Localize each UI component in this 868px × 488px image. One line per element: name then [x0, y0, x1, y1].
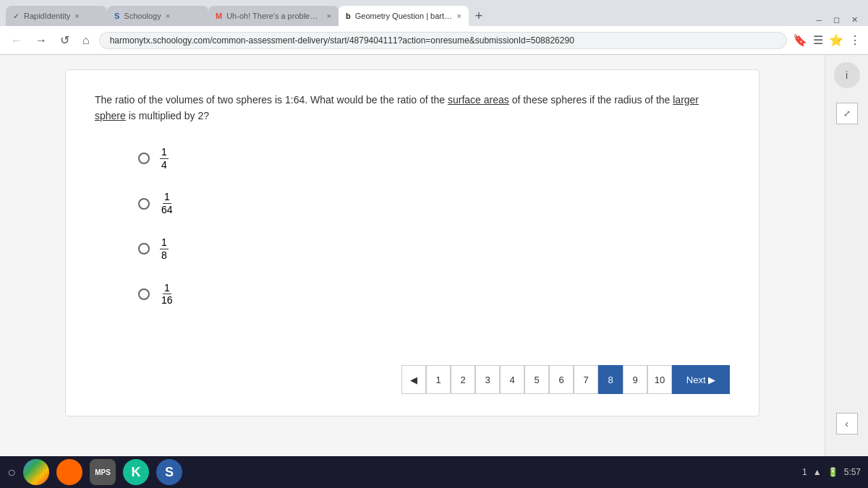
pagination-area: ◀ 1 2 3 4 5 6 7 8 9 10 Next ▶ [95, 343, 730, 394]
home-button[interactable]: ⌂ [79, 33, 93, 48]
taskbar-orange-icon[interactable] [56, 459, 82, 485]
tab-bar: ✓ RapidIdentity × S Schoology × M Uh-oh!… [0, 0, 868, 26]
fraction-d-den: 16 [160, 294, 174, 307]
page-10-button[interactable]: 10 [647, 365, 672, 394]
expand-icon: ⤢ [843, 108, 851, 119]
page-9-button[interactable]: 9 [623, 365, 647, 394]
page-1-button[interactable]: 1 [426, 365, 451, 394]
page-8-button[interactable]: 8 [598, 365, 623, 394]
tab-favicon-bartleby: b [346, 12, 351, 20]
clock: 5:57 [844, 467, 861, 477]
taskbar-right: 1 ▲ 🔋 5:57 [802, 467, 861, 477]
fraction-c-den: 8 [160, 249, 169, 262]
tab-rapididentity[interactable]: ✓ RapidIdentity × [6, 6, 107, 26]
extension-icon-1[interactable]: 🔖 [793, 33, 807, 47]
question-card: The ratio of the volumes of two spheres … [65, 69, 760, 416]
page-6-button[interactable]: 6 [549, 365, 574, 394]
window-controls: ─ ◻ ✕ [812, 14, 862, 26]
fraction-d-num: 1 [163, 282, 171, 295]
collapse-panel-button[interactable]: ‹ [836, 413, 858, 435]
extension-icon-2[interactable]: ☰ [813, 33, 823, 47]
back-button[interactable]: ← [7, 33, 26, 48]
refresh-button[interactable]: ↺ [56, 32, 73, 48]
start-button[interactable]: ○ [7, 464, 16, 481]
close-button[interactable]: ✕ [847, 14, 862, 26]
taskbar: ○ MPS K S 1 ▲ 🔋 5:57 [0, 456, 868, 488]
tab-favicon-uhoh: M [216, 12, 222, 20]
taskbar-khan-icon[interactable]: K [123, 459, 149, 485]
info-icon: i [846, 69, 848, 81]
radio-c[interactable] [138, 243, 150, 254]
tab-close-schoology[interactable]: × [166, 12, 170, 20]
tab-label-uhoh: Uh-oh! There's a problem with y... [226, 12, 322, 20]
tab-close-rapididentity[interactable]: × [75, 12, 79, 20]
tab-uhoh[interactable]: M Uh-oh! There's a problem with y... × [208, 6, 339, 26]
minimize-button[interactable]: ─ [812, 14, 826, 26]
options-list: 1 4 1 64 1 8 [138, 146, 730, 307]
wifi-icon: ▲ [813, 467, 822, 477]
address-bar: ← → ↺ ⌂ 🔖 ☰ ⭐ ⋮ [0, 26, 868, 55]
forward-button[interactable]: → [32, 33, 51, 48]
radio-d[interactable] [138, 288, 150, 300]
khan-label: K [132, 465, 141, 480]
tab-close-bartleby[interactable]: × [457, 12, 461, 20]
fraction-c: 1 8 [160, 236, 169, 262]
url-input[interactable] [99, 32, 787, 49]
right-panel: i ⤢ ‹ [825, 55, 868, 456]
option-b[interactable]: 1 64 [138, 191, 730, 216]
tab-label-rapididentity: RapidIdentity [24, 12, 70, 20]
tab-label-bartleby: Geometry Question | bartleby [355, 12, 453, 20]
fraction-c-num: 1 [160, 236, 169, 249]
tab-label-schoology: Schoology [124, 12, 161, 20]
page-3-button[interactable]: 3 [475, 365, 500, 394]
page-4-button[interactable]: 4 [500, 365, 524, 394]
expand-button[interactable]: ⤢ [836, 103, 858, 124]
toolbar-icons: 🔖 ☰ ⭐ ⋮ [793, 33, 861, 47]
radio-a[interactable] [138, 153, 150, 164]
battery-icon: 🔋 [827, 467, 838, 477]
fraction-d: 1 16 [160, 282, 174, 307]
fraction-a-den: 4 [160, 159, 169, 171]
new-tab-button[interactable]: + [469, 6, 489, 26]
option-a[interactable]: 1 4 [138, 146, 730, 171]
taskbar-chrome-icon[interactable] [23, 459, 49, 485]
info-panel-icon[interactable]: i [834, 62, 860, 88]
browser-chrome: ✓ RapidIdentity × S Schoology × M Uh-oh!… [0, 0, 868, 55]
tab-favicon-rapididentity: ✓ [13, 12, 20, 21]
page-7-button[interactable]: 7 [574, 365, 598, 394]
notification-count: 1 [802, 467, 807, 477]
fraction-b-num: 1 [163, 191, 171, 204]
surface-areas-underline: surface areas [448, 94, 509, 106]
tab-schoology[interactable]: S Schoology × [107, 6, 208, 26]
next-button[interactable]: Next ▶ [672, 365, 730, 394]
prev-page-button[interactable]: ◀ [401, 365, 426, 394]
tab-bartleby[interactable]: b Geometry Question | bartleby × [339, 6, 469, 26]
more-options-icon[interactable]: ⋮ [849, 33, 861, 47]
page-2-button[interactable]: 2 [451, 365, 475, 394]
page-5-button[interactable]: 5 [524, 365, 549, 394]
page-area: The ratio of the volumes of two spheres … [0, 55, 868, 456]
option-d[interactable]: 1 16 [138, 282, 730, 307]
mps-label: MPS [95, 468, 111, 476]
fraction-a: 1 4 [160, 146, 169, 171]
radio-b[interactable] [138, 198, 150, 210]
taskbar-mps-icon[interactable]: MPS [90, 459, 116, 485]
taskbar-schoology-icon[interactable]: S [156, 459, 182, 485]
schoology-label: S [165, 465, 174, 480]
option-c[interactable]: 1 8 [138, 236, 730, 262]
restore-button[interactable]: ◻ [829, 14, 844, 26]
fraction-a-num: 1 [160, 146, 169, 159]
main-content: The ratio of the volumes of two spheres … [0, 55, 825, 456]
extension-icon-3[interactable]: ⭐ [829, 33, 843, 47]
tab-close-uhoh[interactable]: × [327, 12, 331, 20]
question-text: The ratio of the volumes of two spheres … [95, 92, 730, 124]
fraction-b-den: 64 [160, 204, 174, 216]
larger-sphere-underline: larger sphere [95, 94, 699, 121]
chevron-left-icon: ‹ [845, 418, 848, 429]
fraction-b: 1 64 [160, 191, 174, 216]
tab-favicon-schoology: S [114, 12, 119, 20]
